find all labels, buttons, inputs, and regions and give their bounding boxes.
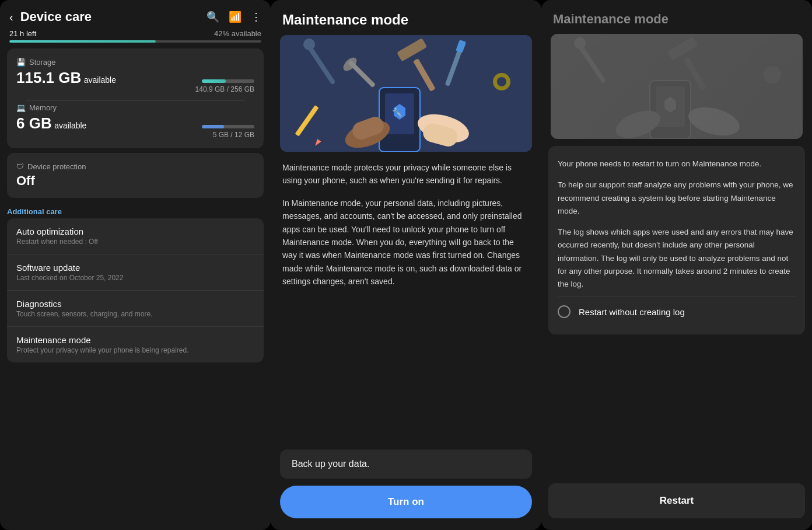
panel2-desc2: In Maintenance mode, your personal data,… [282,197,530,288]
panel2-footer: Back up your data. Turn on [271,442,541,530]
panel2-body: Maintenance mode protects your privacy w… [271,152,541,442]
storage-label: 💾 Storage [16,58,254,67]
restart-info-text2: To help our support staff analyze any pr… [558,179,796,218]
svg-point-22 [574,37,586,49]
protection-card: 🛡 Device protection Off [7,153,264,198]
maintenance-illustration: 🔧 [280,35,532,152]
maintenance-restart-panel: Maintenance mode Your phone needs to res… [541,0,812,530]
storage-memory-divider [26,100,245,101]
back-icon[interactable]: ‹ [9,11,13,24]
panel1-header: ‹ Device care 🔍 📶 ⋮ [0,0,271,29]
svg-point-17 [497,77,506,86]
radio-label: Restart without creating log [579,307,685,317]
restart-info-text3: The log shows which apps were used and a… [558,226,796,291]
turn-on-button[interactable]: Turn on [280,486,532,518]
svg-point-29 [764,66,781,83]
memory-value-row: 6 GB available 5 GB / 12 GB [16,114,254,139]
top-progress-fill [9,40,156,43]
menu-item-title-sw: Software update [16,263,254,273]
additional-care-card: Auto optimization Restart when needed : … [7,218,264,362]
backup-box: Back up your data. [280,449,532,479]
memory-value: 6 GB [16,114,52,132]
svg-text:🔧: 🔧 [392,107,402,117]
menu-item-auto-optimization[interactable]: Auto optimization Restart when needed : … [7,218,264,254]
shield-icon: 🛡 [16,162,24,171]
additional-care-section: Additional care [7,207,264,216]
panel3-body: Your phone needs to restart to turn on M… [541,139,812,479]
memory-mini-bar [202,125,254,128]
storage-mini-bar [202,79,254,83]
memory-bar-right: 5 GB / 12 GB [202,123,254,139]
storage-value: 115.1 GB [16,69,81,86]
top-progress-bar-container [0,40,271,44]
menu-item-title-maint: Maintenance mode [16,335,254,345]
menu-item-subtitle-auto: Restart when needed : Off [16,238,254,246]
maintenance-svg: 🔧 [280,35,532,152]
maintenance-info-panel: Maintenance mode 🔧 [271,0,541,530]
more-icon[interactable]: ⋮ [251,11,261,23]
menu-item-subtitle-maint: Protect your privacy while your phone is… [16,346,254,354]
restart-button[interactable]: Restart [548,483,805,518]
panel3-illustration [551,34,803,139]
storage-value-group: 115.1 GB available [16,69,116,87]
menu-item-software-update[interactable]: Software update Last checked on October … [7,254,264,291]
top-progress-bar [9,40,261,43]
menu-item-title-diag: Diagnostics [16,299,254,309]
backup-text: Back up your data. [292,459,369,469]
memory-mini-fill [202,125,224,128]
protection-value: Off [16,173,254,189]
restart-btn-row: Restart [541,479,812,530]
memory-value-group: 6 GB available [16,114,86,132]
additional-care-title: Additional care [7,207,264,216]
top-bar-row: 21 h left 42% available [0,29,271,40]
panel2-header: Maintenance mode [271,0,541,35]
time-left: 21 h left [9,29,36,38]
storage-icon: 💾 [16,58,26,67]
storage-section: 💾 Storage 115.1 GB available 140.9 GB / … [16,58,254,93]
restart-info-text1: Your phone needs to restart to turn on M… [558,158,796,170]
memory-detail: 5 GB / 12 GB [213,131,254,139]
memory-unit: available [54,121,86,130]
storage-mini-fill [202,79,226,83]
storage-unit: available [84,75,116,85]
menu-item-maintenance[interactable]: Maintenance mode Protect your privacy wh… [7,327,264,362]
protection-label: 🛡 Device protection [16,162,254,171]
memory-label: 💻 Memory [16,103,254,112]
radio-circle [558,305,570,318]
svg-point-2 [303,39,315,50]
device-care-panel: ‹ Device care 🔍 📶 ⋮ 21 h left 42% availa… [0,0,271,530]
memory-section: 💻 Memory 6 GB available 5 GB / 12 GB [16,103,254,139]
menu-item-diagnostics[interactable]: Diagnostics Touch screen, sensors, charg… [7,291,264,327]
storage-bar-right: 140.9 GB / 256 GB [195,77,254,93]
panel3-title: Maintenance mode [553,12,800,27]
restart-info-box: Your phone needs to restart to turn on M… [548,146,805,334]
storage-value-row: 115.1 GB available 140.9 GB / 256 GB [16,69,254,93]
page-title: Device care [20,9,200,25]
panel2-desc1: Maintenance mode protects your privacy w… [282,161,530,187]
menu-item-title-auto: Auto optimization [16,226,254,236]
panel3-header: Maintenance mode [541,0,812,34]
restart-without-log-option[interactable]: Restart without creating log [558,297,796,323]
storage-detail: 140.9 GB / 256 GB [195,85,254,93]
panel2-title: Maintenance mode [282,12,530,28]
storage-memory-card: 💾 Storage 115.1 GB available 140.9 GB / … [7,48,264,148]
available-pct: 42% available [214,29,261,38]
memory-icon: 💻 [16,103,26,112]
panel3-image-content [551,34,803,139]
signal-icon: 📶 [229,11,242,23]
header-icons: 🔍 📶 ⋮ [206,11,261,23]
menu-item-subtitle-diag: Touch screen, sensors, charging, and mor… [16,310,254,318]
search-icon[interactable]: 🔍 [206,11,219,23]
panel3-svg [551,34,803,139]
menu-item-subtitle-sw: Last checked on October 25, 2022 [16,274,254,282]
